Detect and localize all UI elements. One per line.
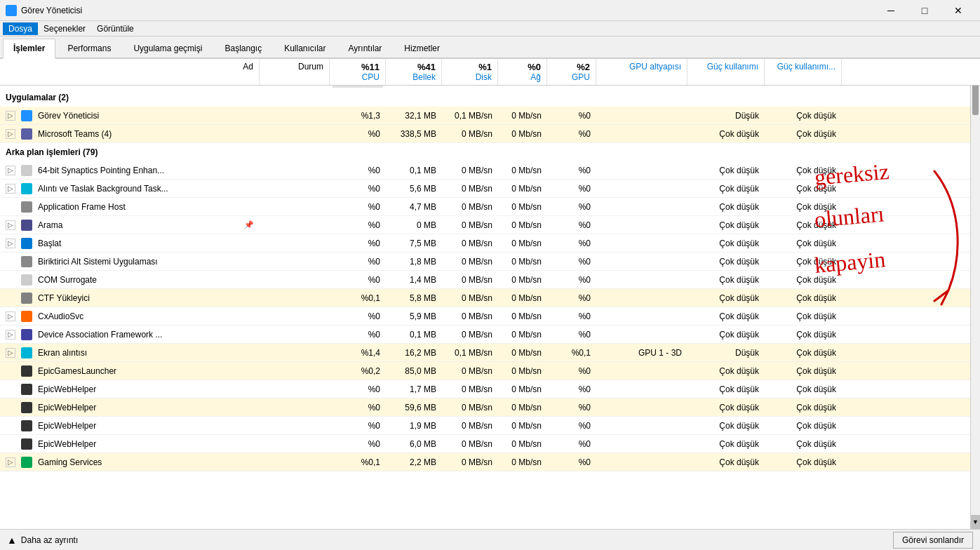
col-bellek[interactable]: %41 Bellek	[386, 59, 442, 85]
process-power: Düşük	[687, 109, 765, 123]
process-gpu: %0	[547, 109, 596, 123]
window-title: Görev Yöneticisi	[21, 6, 82, 15]
window-controls: ─ □ ✕	[875, 0, 974, 21]
col-disk[interactable]: %1 Disk	[442, 59, 498, 85]
process-name: EpicWebHelper	[0, 418, 260, 434]
process-table[interactable]: Uygulamalar (2) ▷ Görev Yöneticisi %1,3 …	[0, 86, 980, 529]
table-row[interactable]: ▷ Device Association Framework ... %0 0,…	[0, 326, 980, 344]
process-icon	[21, 256, 32, 267]
process-name: EpicWebHelper	[0, 436, 260, 452]
tab-hizmetler[interactable]: Hizmetler	[394, 39, 450, 58]
table-row[interactable]: CTF Yükleyici %0,1 5,8 MB 0 MB/sn 0 Mb/s…	[0, 289, 980, 307]
process-icon	[21, 110, 32, 121]
process-name: Application Frame Host	[0, 199, 260, 215]
table-row[interactable]: ▷ Microsoft Teams (4) %0 338,5 MB 0 MB/s…	[0, 125, 980, 143]
process-name: ▷ Gaming Services	[0, 455, 260, 470]
process-power: Çok düşük	[687, 127, 765, 141]
maximize-button[interactable]: □	[908, 0, 941, 21]
process-disk: 0,1 MB/sn	[442, 109, 498, 123]
process-name: EpicWebHelper	[0, 400, 260, 415]
close-button[interactable]: ✕	[942, 0, 974, 21]
process-name: EpicWebHelper	[0, 382, 260, 397]
column-headers: Ad Durum %11 CPU %41 Bellek %1 Disk %0 A…	[0, 59, 980, 86]
status-bar: ▲ Daha az ayrıntı Görevi sonlandır	[0, 529, 980, 550]
col-gpu[interactable]: %2 GPU	[547, 59, 596, 85]
process-name: COM Surrogate	[0, 272, 260, 288]
process-net: 0 Mb/sn	[498, 109, 547, 123]
table-row[interactable]: ▷ Görev Yöneticisi %1,3 32,1 MB 0,1 MB/s…	[0, 107, 980, 125]
table-row[interactable]: ▷ Gaming Services %0,1 2,2 MB 0 MB/sn 0 …	[0, 453, 980, 471]
process-cpu: %1,3	[330, 109, 386, 123]
process-name: ▷ Görev Yöneticisi	[0, 108, 260, 123]
table-row[interactable]: EpicWebHelper %0 1,9 MB 0 MB/sn 0 Mb/sn …	[0, 417, 980, 435]
process-icon	[21, 293, 32, 304]
menu-dosya[interactable]: Dosya	[3, 22, 38, 35]
process-icon	[21, 128, 32, 140]
table-row[interactable]: EpicWebHelper %0 59,6 MB 0 MB/sn 0 Mb/sn…	[0, 398, 980, 417]
process-gpu-sub	[596, 114, 687, 118]
process-power-trend: Çok düşük	[765, 127, 842, 141]
col-gpu-sub[interactable]: GPU altyapısı	[596, 59, 687, 85]
less-detail-button[interactable]: ▲ Daha az ayrıntı	[7, 535, 78, 546]
process-name: ▷ Alıntı ve Taslak Background Task...	[0, 181, 260, 196]
tab-kullanicilar[interactable]: Kullanıcılar	[274, 39, 336, 58]
table-row[interactable]: Biriktirici Alt Sistemi Uygulaması %0 1,…	[0, 253, 980, 271]
process-name: ▷ CxAudioSvc	[0, 309, 260, 324]
tab-islemler[interactable]: İşlemler	[3, 39, 55, 59]
process-icon	[21, 238, 32, 249]
process-status	[260, 114, 330, 118]
scrollbar[interactable]: ▲ ▼	[970, 59, 980, 529]
process-name: EpicGamesLauncher	[0, 363, 260, 379]
tab-baslangic[interactable]: Başlangıç	[214, 39, 272, 58]
table-row[interactable]: ▷ 64-bit Synaptics Pointing Enhan... %0 …	[0, 161, 980, 180]
table-row[interactable]: ▷ Alıntı ve Taslak Background Task... %0…	[0, 180, 980, 198]
table-row[interactable]: ▷ CxAudioSvc %0 5,9 MB 0 MB/sn 0 Mb/sn %…	[0, 307, 980, 326]
tab-performans[interactable]: Performans	[57, 39, 121, 58]
process-gpu: %0	[547, 127, 596, 141]
table-row[interactable]: ▷ Başlat %0 7,5 MB 0 MB/sn 0 Mb/sn %0 Ço…	[0, 234, 980, 253]
minimize-button[interactable]: ─	[875, 0, 907, 21]
process-icon	[21, 165, 32, 176]
col-cpu[interactable]: %11 CPU	[330, 59, 386, 85]
process-icon	[21, 402, 32, 413]
col-power[interactable]: Güç kullanımı	[687, 59, 765, 85]
table-row[interactable]: EpicWebHelper %0 1,7 MB 0 MB/sn 0 Mb/sn …	[0, 380, 980, 398]
process-disk: 0 MB/sn	[442, 127, 498, 141]
table-row[interactable]: EpicWebHelper %0 6,0 MB 0 MB/sn 0 Mb/sn …	[0, 435, 980, 453]
end-task-button[interactable]: Görevi sonlandır	[893, 532, 973, 549]
process-icon	[21, 438, 32, 450]
title-bar-left: Görev Yöneticisi	[6, 5, 82, 16]
table-row[interactable]: Application Frame Host %0 4,7 MB 0 MB/sn…	[0, 198, 980, 216]
tab-ayrintilar[interactable]: Ayrıntılar	[338, 39, 393, 58]
process-name: ▷ Başlat	[0, 236, 260, 251]
main-area: Ad Durum %11 CPU %41 Bellek %1 Disk %0 A…	[0, 59, 980, 529]
process-icon	[21, 384, 32, 395]
title-bar: Görev Yöneticisi ─ □ ✕	[0, 0, 980, 21]
process-net: 0 Mb/sn	[498, 127, 547, 141]
process-cpu: %0	[330, 127, 386, 141]
table-row[interactable]: ▷ Arama 📌 %0 0 MB 0 MB/sn 0 Mb/sn %0 Çok…	[0, 216, 980, 234]
tab-uygulama-gecmisi[interactable]: Uygulama geçmişi	[123, 39, 213, 58]
tab-bar: İşlemler Performans Uygulama geçmişi Baş…	[0, 36, 980, 59]
menu-goruntule[interactable]: Görüntüle	[91, 22, 140, 35]
process-icon	[21, 420, 32, 431]
table-row[interactable]: COM Surrogate %0 1,4 MB 0 MB/sn 0 Mb/sn …	[0, 271, 980, 289]
table-row[interactable]: EpicGamesLauncher %0,2 85,0 MB 0 MB/sn 0…	[0, 362, 980, 380]
process-name: ▷ 64-bit Synaptics Pointing Enhan...	[0, 163, 260, 178]
process-icon	[21, 183, 32, 194]
menu-bar: Dosya Seçenekler Görüntüle	[0, 21, 980, 36]
process-icon	[21, 365, 32, 377]
process-name: ▷ Ekran alıntısı	[0, 345, 260, 361]
table-row[interactable]: ▷ Ekran alıntısı %1,4 16,2 MB 0,1 MB/sn …	[0, 344, 980, 362]
col-ag[interactable]: %0 Ağ	[498, 59, 547, 85]
menu-secenekler[interactable]: Seçenekler	[38, 22, 91, 35]
col-durum[interactable]: Durum	[260, 59, 330, 85]
app-icon	[6, 5, 17, 16]
col-ad[interactable]: Ad	[0, 59, 260, 85]
process-mem: 338,5 MB	[386, 127, 442, 141]
process-mem: 32,1 MB	[386, 109, 442, 123]
col-power-trend[interactable]: Güç kullanımı...	[765, 59, 842, 85]
process-name: ▷ Microsoft Teams (4)	[0, 126, 260, 142]
process-power-trend: Çok düşük	[765, 109, 842, 123]
section-apps: Uygulamalar (2)	[0, 88, 980, 107]
